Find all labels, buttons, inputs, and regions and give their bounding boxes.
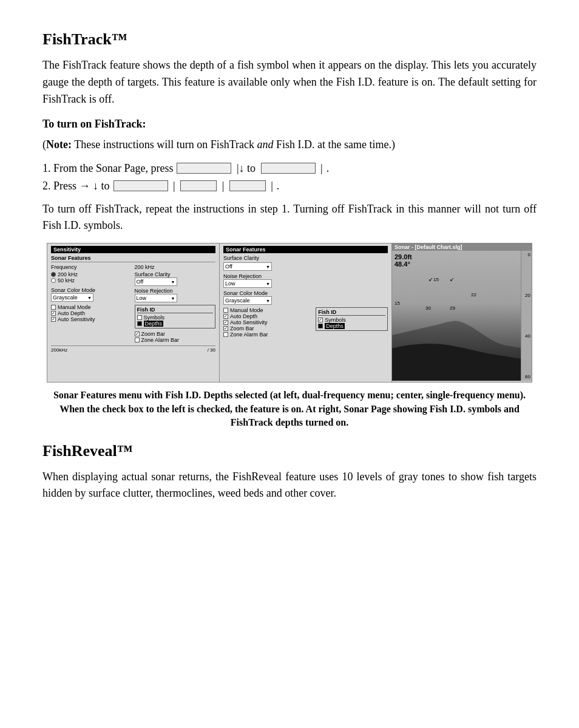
zone-alarm-check: Zone Alarm Bar bbox=[135, 337, 216, 343]
left-panel-footer: 200kHz/ 30 bbox=[51, 345, 215, 353]
noise-rejection-select-center[interactable]: Low ▼ bbox=[223, 279, 272, 288]
auto-depth-center: Auto Depth bbox=[223, 313, 313, 319]
manual-mode-center: Manual Mode bbox=[223, 307, 313, 313]
surface-clarity-arrow-left: ▼ bbox=[171, 280, 175, 284]
surface-clarity-select-left[interactable]: Off ▼ bbox=[135, 277, 177, 286]
fish-id-box-left: Fish ID Symbols Depths bbox=[135, 305, 216, 328]
screenshot-composite: Sensitivity Sonar Features Frequency 200… bbox=[47, 243, 532, 383]
step2-placeholder2 bbox=[180, 180, 217, 191]
depth-scale: 0 20 40 60 bbox=[521, 251, 532, 381]
step1-prefix: 1. From the Sonar Page, press bbox=[42, 162, 173, 175]
zoom-bar-check: Zoom Bar bbox=[135, 331, 216, 337]
symbols-check-left: Symbols bbox=[137, 315, 214, 321]
manual-mode-checkbox-center bbox=[223, 308, 228, 313]
radio-50-btn bbox=[51, 278, 56, 283]
step2-line: 2. Press → ↓ to | | | . bbox=[42, 180, 537, 192]
sonar-color-section: Sonar Color Mode Grayscale ▼ bbox=[51, 287, 132, 302]
left-panel-section: Sonar Features bbox=[51, 255, 215, 262]
step1-suffix: . bbox=[327, 162, 330, 175]
zoom-bar-checkbox bbox=[135, 332, 140, 336]
symbols-checkbox-left bbox=[137, 315, 142, 320]
noise-rejection-select-left[interactable]: Low ▼ bbox=[135, 294, 177, 302]
zoom-bar-center: Zoom Bar bbox=[223, 325, 313, 332]
note-bold: Note: bbox=[46, 138, 72, 151]
sonar-titlebar: Sonar - [Default Chart.slg] bbox=[392, 243, 532, 251]
note-and: and bbox=[257, 138, 273, 151]
fishtrack-title: FishTrack™ bbox=[42, 30, 537, 49]
auto-depth-checkbox bbox=[51, 311, 56, 316]
noise-rejection-arrow-left: ▼ bbox=[171, 296, 175, 301]
auto-sensitivity-center: Auto Sensitivity bbox=[223, 319, 313, 325]
step2-placeholders: | | | bbox=[113, 180, 273, 192]
left-panel-titlebar: Sensitivity bbox=[51, 246, 215, 253]
caption-text: Sonar Features menu with Fish I.D. Depth… bbox=[42, 389, 537, 429]
center-panel-titlebar: Sonar Features bbox=[223, 246, 388, 253]
depths-checkbox-left bbox=[137, 321, 142, 326]
depths-label-center: Depths bbox=[325, 323, 345, 329]
sonar-color-arrow: ▼ bbox=[87, 296, 92, 300]
step1-line: 1. From the Sonar Page, press |↓ to | . bbox=[42, 162, 537, 175]
symbols-check-center: Symbols bbox=[318, 317, 385, 323]
auto-depth-check: Auto Depth bbox=[51, 310, 132, 316]
surface-clarity-select-center[interactable]: Off ▼ bbox=[223, 262, 272, 271]
note-text2: Fish I.D. at the same time.) bbox=[273, 138, 394, 151]
freq-label: Frequency bbox=[51, 264, 132, 270]
auto-sensitivity-checkbox bbox=[51, 317, 56, 322]
depths-check-left: Depths bbox=[137, 321, 214, 327]
sonar-display: Sonar - [Default Chart.slg] 29.0ft 48.4°… bbox=[392, 243, 532, 383]
step1-placeholder1 bbox=[177, 163, 231, 174]
radio-50: 50 kHz bbox=[51, 277, 132, 284]
sonar-terrain bbox=[392, 251, 532, 381]
sonar-color-select[interactable]: Grayscale ▼ bbox=[51, 293, 93, 302]
step1-placeholder2 bbox=[261, 163, 316, 174]
fishtrack-subheading: To turn on FishTrack: bbox=[42, 118, 537, 131]
depths-checkbox-center bbox=[318, 324, 323, 328]
radio-200: 200 kHz bbox=[51, 271, 132, 277]
turnoff-text: To turn off FishTrack, repeat the instru… bbox=[42, 201, 537, 235]
auto-sensitivity-checkbox-center bbox=[223, 320, 228, 325]
symbols-checkbox-center bbox=[318, 318, 323, 322]
fishtrack-body: The FishTrack feature shows the depth of… bbox=[42, 57, 537, 108]
depths-label-left: Depths bbox=[144, 321, 164, 327]
depths-check-center: Depths bbox=[318, 323, 385, 329]
step2-prefix: 2. Press → ↓ to bbox=[42, 180, 110, 192]
step2-placeholder3 bbox=[229, 180, 266, 191]
auto-sensitivity-check: Auto Sensitivity bbox=[51, 316, 132, 322]
manual-mode-check: Manual Mode bbox=[51, 304, 132, 310]
sonar-content: 29.0ft 48.4° ↙15 ↙ 22 30 29 bbox=[392, 251, 532, 381]
fishtrack-note: (Note: These instructions will turn on F… bbox=[42, 137, 537, 154]
auto-depth-checkbox-center bbox=[223, 314, 228, 319]
fish-id-box-center: Fish ID Symbols Depths bbox=[316, 307, 388, 331]
zone-alarm-center: Zone Alarm Bar bbox=[223, 332, 313, 338]
center-panel: Sonar Features Surface Clarity Off ▼ Noi… bbox=[220, 243, 392, 382]
fishreveal-body: When displaying actual sonar returns, th… bbox=[42, 469, 537, 503]
left-panel: Sensitivity Sonar Features Frequency 200… bbox=[47, 243, 220, 382]
zoom-bar-checkbox-center bbox=[223, 326, 228, 331]
scale-15: 15 bbox=[394, 301, 400, 306]
step2-placeholder1 bbox=[113, 180, 168, 191]
step1-placeholders: |↓ to | bbox=[177, 162, 322, 175]
step2-suffix: . bbox=[277, 180, 280, 192]
steps-section: 1. From the Sonar Page, press |↓ to | . … bbox=[42, 162, 537, 192]
radio-200-btn bbox=[51, 272, 56, 277]
zone-alarm-checkbox bbox=[135, 338, 140, 342]
note-text: These instructions will turn on FishTrac… bbox=[72, 138, 257, 151]
manual-mode-checkbox bbox=[51, 305, 56, 310]
zone-alarm-checkbox-center bbox=[223, 332, 228, 337]
sonar-color-select-center[interactable]: Grayscale ▼ bbox=[223, 296, 272, 305]
fishreveal-title: FishReveal™ bbox=[42, 442, 537, 460]
